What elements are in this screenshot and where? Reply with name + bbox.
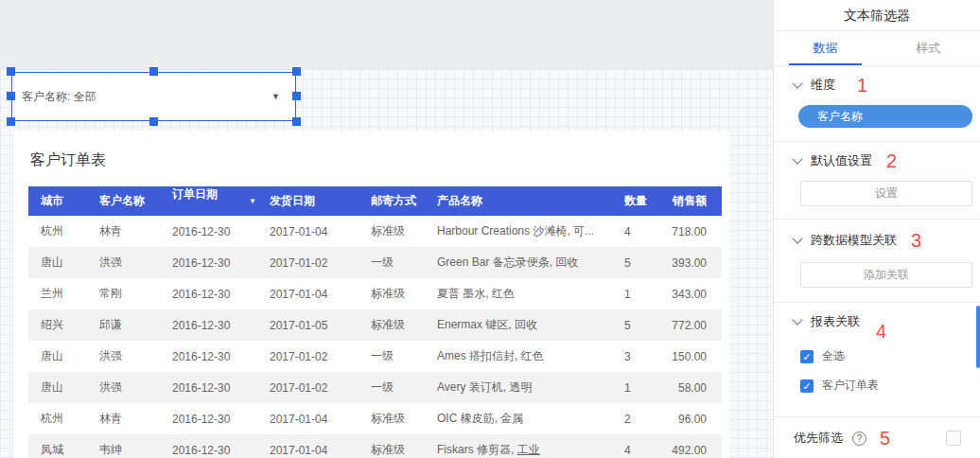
selection-handle[interactable] bbox=[149, 67, 158, 76]
cell-city: 唐山 bbox=[28, 341, 99, 372]
cell-qty: 5 bbox=[624, 247, 672, 278]
customer-name-filter-dropdown[interactable]: 客户名称: 全部 ▼ bbox=[11, 72, 296, 121]
customer-orders-card: 客户订单表 城市 客户名称 订单日期▼ 发货日期 邮寄方式 产品名称 数量 销售… bbox=[13, 131, 730, 458]
annotation-2: 2 bbox=[886, 151, 897, 170]
cell-customer: 洪强 bbox=[99, 247, 172, 278]
cell-qty: 1 bbox=[624, 278, 672, 309]
filter-settings-panel: 文本筛选器 数据 样式 维度 1 客户名称 默认值设置 2 设置 跨数据模型关联… bbox=[773, 0, 980, 458]
table-row: 唐山洪强2016-12-302017-01-02一级Avery 装订机, 透明1… bbox=[28, 372, 722, 403]
cell-sales: 393.00 bbox=[672, 247, 722, 278]
selection-handle[interactable] bbox=[149, 117, 158, 126]
section-label: 默认值设置 bbox=[811, 152, 872, 169]
cell-product: Harbour Creations 沙滩椅, 可... bbox=[437, 216, 624, 247]
column-header-qty[interactable]: 数量 bbox=[624, 186, 672, 216]
selection-handle[interactable] bbox=[292, 67, 301, 76]
cell-sales: 343.00 bbox=[672, 278, 722, 309]
cell-product: Avery 装订机, 透明 bbox=[437, 372, 624, 403]
add-relation-button[interactable]: 添加关联 bbox=[800, 262, 972, 288]
cell-city: 绍兴 bbox=[28, 309, 99, 341]
annotation-1: 1 bbox=[857, 76, 867, 95]
cell-sales: 150.00 bbox=[672, 341, 722, 372]
cell-ship-mode: 标准级 bbox=[371, 216, 437, 247]
cell-city: 兰州 bbox=[28, 278, 99, 309]
cell-product: 夏普 墨水, 红色 bbox=[437, 278, 624, 309]
tab-style[interactable]: 样式 bbox=[877, 31, 980, 65]
checkbox-checked-icon[interactable]: ✓ bbox=[800, 379, 814, 393]
card-title: 客户订单表 bbox=[30, 150, 730, 170]
cell-customer: 林青 bbox=[99, 216, 172, 247]
cell-order-date: 2016-12-30 bbox=[172, 403, 270, 434]
cell-city: 唐山 bbox=[28, 372, 99, 403]
annotation-3: 3 bbox=[911, 231, 921, 250]
cell-sales: 772.00 bbox=[672, 309, 722, 341]
cell-order-date: 2016-12-30 bbox=[172, 247, 270, 278]
cell-qty: 2 bbox=[624, 403, 672, 434]
table-body: 杭州林青2016-12-302017-01-04标准级Harbour Creat… bbox=[28, 216, 722, 458]
selection-handle[interactable] bbox=[292, 117, 301, 126]
table-row: 绍兴邱谦2016-12-302017-01-05标准级Enermax 键区, 回… bbox=[28, 309, 722, 341]
cell-ship-date: 2017-01-02 bbox=[270, 372, 371, 403]
cell-ship-date: 2017-01-02 bbox=[270, 341, 371, 372]
section-default-value-header[interactable]: 默认值设置 2 bbox=[794, 152, 971, 169]
cell-product: Fiskars 修剪器, 工业 bbox=[437, 434, 624, 458]
column-header-ship-date[interactable]: 发货日期 bbox=[270, 186, 371, 216]
cell-ship-date: 2017-01-04 bbox=[270, 434, 371, 458]
canvas-top-band bbox=[0, 0, 773, 69]
cell-ship-mode: 一级 bbox=[371, 372, 437, 403]
orders-table: 城市 客户名称 订单日期▼ 发货日期 邮寄方式 产品名称 数量 销售额 杭州林青… bbox=[28, 186, 722, 458]
sort-desc-icon[interactable]: ▼ bbox=[249, 186, 256, 216]
column-header-order-date[interactable]: 订单日期▼ bbox=[172, 186, 270, 216]
selection-handle[interactable] bbox=[7, 117, 15, 126]
cell-city: 唐山 bbox=[28, 247, 99, 278]
section-dimension-header[interactable]: 维度 1 bbox=[794, 77, 971, 94]
cell-sales: 718.00 bbox=[672, 216, 722, 247]
column-header-city[interactable]: 城市 bbox=[28, 186, 99, 216]
column-header-sales[interactable]: 销售额 bbox=[672, 186, 722, 216]
cell-customer: 常刚 bbox=[99, 278, 172, 309]
chevron-down-icon bbox=[792, 314, 802, 325]
checkbox-checked-icon[interactable]: ✓ bbox=[800, 350, 814, 363]
cell-product: OIC 橡皮筋, 金属 bbox=[437, 403, 624, 434]
cell-ship-date: 2017-01-05 bbox=[270, 309, 371, 341]
table-row: 杭州林青2016-12-302017-01-04标准级OIC 橡皮筋, 金属29… bbox=[28, 403, 722, 434]
cell-customer: 邱谦 bbox=[99, 309, 172, 341]
section-default-value: 默认值设置 2 设置 bbox=[774, 142, 980, 220]
selection-handle[interactable] bbox=[292, 92, 301, 100]
cell-ship-date: 2017-01-02 bbox=[270, 247, 371, 278]
selection-handle[interactable] bbox=[7, 67, 15, 76]
panel-tabs: 数据 样式 bbox=[774, 31, 980, 66]
cell-sales: 96.00 bbox=[672, 403, 722, 434]
cell-ship-mode: 标准级 bbox=[371, 434, 437, 458]
chevron-down-icon bbox=[792, 153, 802, 164]
column-header-product[interactable]: 产品名称 bbox=[437, 186, 624, 216]
cell-ship-mode: 一级 bbox=[371, 341, 437, 372]
set-default-button[interactable]: 设置 bbox=[800, 181, 972, 206]
annotation-5: 5 bbox=[880, 429, 890, 448]
cell-sales: 492.00 bbox=[672, 434, 722, 458]
cell-city: 凤城 bbox=[28, 434, 99, 458]
section-report-link-header[interactable]: 报表关联 4 bbox=[794, 313, 971, 330]
cell-ship-date: 2017-01-04 bbox=[270, 403, 371, 434]
cell-sales: 58.00 bbox=[672, 372, 722, 403]
cell-customer: 韦绅 bbox=[99, 434, 172, 458]
cell-product: Green Bar 备忘录便条, 回收 bbox=[437, 247, 624, 278]
report-link-checkbox-item[interactable]: ✓客户订单表 bbox=[800, 378, 971, 394]
dimension-pill-customer-name[interactable]: 客户名称 bbox=[798, 105, 972, 128]
cell-qty: 3 bbox=[624, 341, 672, 372]
panel-scrollbar-thumb[interactable] bbox=[976, 306, 980, 368]
selection-handle[interactable] bbox=[7, 92, 15, 100]
report-link-checkbox-list: ✓全选✓客户订单表 bbox=[794, 348, 971, 394]
chevron-down-icon[interactable]: ▼ bbox=[271, 92, 280, 101]
column-header-ship-mode[interactable]: 邮寄方式 bbox=[371, 186, 437, 216]
tab-data[interactable]: 数据 bbox=[774, 31, 877, 65]
section-label: 跨数据模型关联 bbox=[811, 232, 897, 249]
help-icon[interactable]: ? bbox=[852, 432, 866, 446]
cell-order-date: 2016-12-30 bbox=[172, 216, 270, 247]
report-link-checkbox-select-all[interactable]: ✓全选 bbox=[800, 348, 971, 364]
table-row: 唐山洪强2016-12-302017-01-02一级Ames 搭扣信封, 红色3… bbox=[28, 341, 722, 372]
priority-filter-checkbox[interactable] bbox=[946, 431, 961, 446]
column-header-customer[interactable]: 客户名称 bbox=[99, 186, 172, 216]
cell-ship-date: 2017-01-04 bbox=[270, 278, 371, 309]
table-row: 唐山洪强2016-12-302017-01-02一级Green Bar 备忘录便… bbox=[28, 247, 722, 278]
section-cross-model-header[interactable]: 跨数据模型关联 3 bbox=[794, 232, 971, 249]
